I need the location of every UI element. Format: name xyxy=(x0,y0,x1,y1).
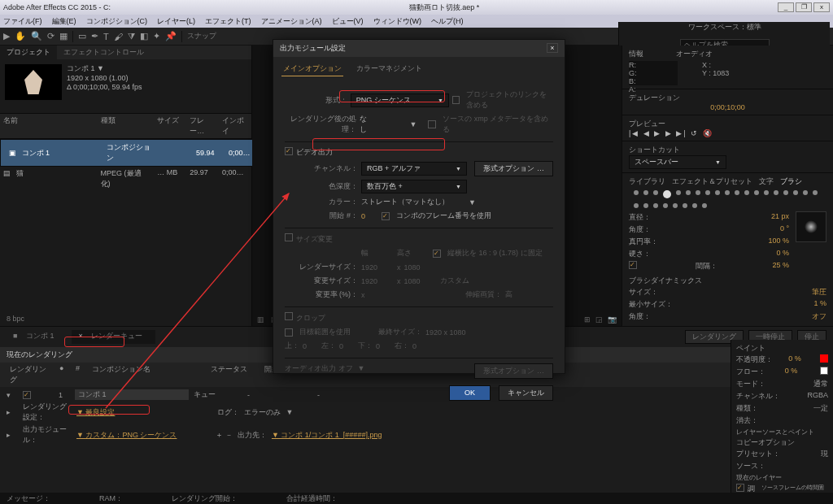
brush-presets[interactable] xyxy=(629,187,826,211)
cancel-button[interactable]: キャンセル xyxy=(499,385,553,401)
file-title: 猫動画ロト切抜.aep * xyxy=(111,2,778,13)
output-module-link[interactable]: ▼ カスタム：PNG シーケンス xyxy=(76,430,177,441)
tool-pen[interactable]: ✒ xyxy=(91,31,98,41)
tool-hand[interactable]: ✋ xyxy=(15,31,26,41)
tab-render-queue[interactable]: × レンダーキュー xyxy=(72,330,155,344)
viewer-grid-icon[interactable]: ⊞ xyxy=(584,315,591,324)
audio-format-options-button[interactable]: 形式オプション … xyxy=(474,363,553,379)
format-options-button[interactable]: 形式オプション … xyxy=(474,161,553,176)
workspace-label[interactable]: ワークスペース：標準 xyxy=(688,22,761,33)
tool-stamp[interactable]: ⧩ xyxy=(128,31,135,41)
panel-info-title: 情報 xyxy=(629,49,643,59)
bpc-indicator[interactable]: 8 bpc xyxy=(7,315,24,323)
tab-brushes[interactable]: ブラシ xyxy=(780,176,802,187)
panel-duration-title: デュレーション xyxy=(629,93,826,103)
viewer-3d-icon[interactable]: ◲ xyxy=(595,315,603,324)
output-module-dialog: 出力モジュール設定× メインオプション カラーマネジメント 形式： PNG シー… xyxy=(273,39,565,374)
format-select[interactable]: PNG シーケンス▼ xyxy=(351,93,449,107)
tab-timeline-comp[interactable]: ■ コンポ 1 xyxy=(7,330,67,344)
status-bar: メッセージ：RAM：レンダリング開始：合計経過時間： xyxy=(0,493,833,504)
video-output-checkbox[interactable] xyxy=(285,147,293,155)
tab-effects[interactable]: エフェクト＆プリセット xyxy=(672,176,752,187)
viewer-camera-icon[interactable]: 📷 xyxy=(608,315,617,324)
menu-file[interactable]: ファイル(F) xyxy=(3,16,42,27)
tool-puppet[interactable]: 📌 xyxy=(165,31,177,41)
resize-checkbox[interactable] xyxy=(285,233,293,241)
menu-help[interactable]: ヘルプ(H) xyxy=(431,16,464,27)
tool-camera[interactable]: ▦ xyxy=(59,31,68,41)
project-item-comp[interactable]: ▣ コンポ 1コンポジション59.940;00… xyxy=(0,139,264,167)
duration-value: 0;00;10;00 xyxy=(629,103,826,111)
tool-eraser[interactable]: ◧ xyxy=(140,31,148,41)
menu-view[interactable]: ビュー(V) xyxy=(332,16,364,27)
output-to-link[interactable]: ▼ コンポ 1/コンポ 1_[#####].png xyxy=(272,430,382,441)
app-title: Adobe After Effects CC 2015 - C: xyxy=(3,3,111,11)
dialog-title: 出力モジュール設定 xyxy=(280,43,346,54)
preview-transport[interactable]: |◀ ◀ ▶ ▶ ▶| ↺ 🔇 xyxy=(629,129,826,137)
tool-roto[interactable]: ✦ xyxy=(153,31,160,41)
tool-zoom[interactable]: 🔍 xyxy=(31,31,42,41)
rq-enable-checkbox[interactable] xyxy=(23,391,31,399)
window-minimize[interactable]: _ xyxy=(778,2,794,12)
tab-library[interactable]: ライブラリ xyxy=(629,176,665,187)
dialog-tab-main[interactable]: メインオプション xyxy=(281,62,343,76)
viewer-zoom[interactable]: ▥ xyxy=(257,315,264,324)
panel-brush-dynamics: ブラシダイナミックス xyxy=(629,276,826,286)
menu-layer[interactable]: レイヤー(L) xyxy=(157,16,195,27)
dialog-tab-color[interactable]: カラーマネジメント xyxy=(355,62,424,76)
tool-selection[interactable]: ▶ xyxy=(3,31,10,41)
channels-select[interactable]: RGB + アルファ▼ xyxy=(361,162,467,176)
panel-shortcut-title: ショートカット xyxy=(629,145,826,155)
dialog-close-icon[interactable]: × xyxy=(547,43,558,53)
panel-paint-title: ペイント xyxy=(736,343,828,354)
project-item-footage[interactable]: ▤ 猫MPEG (最適化)… MB29.970;00… xyxy=(0,167,251,191)
tab-project[interactable]: プロジェクト xyxy=(0,46,57,59)
panel-audio-title: オーディオ xyxy=(676,49,713,59)
panel-preview-title: プレビュー xyxy=(629,119,826,129)
tool-shape[interactable]: ▭ xyxy=(78,31,86,41)
tab-effect-controls[interactable]: エフェクトコントロール xyxy=(57,46,150,59)
crop-checkbox[interactable] xyxy=(285,312,293,320)
foreground-swatch[interactable] xyxy=(820,354,828,363)
tool-rotate[interactable]: ⟳ xyxy=(47,31,55,41)
tab-character[interactable]: 文字 xyxy=(759,176,774,187)
project-columns: 名前種類サイズフレー…インポイ xyxy=(0,114,251,139)
render-settings-link[interactable]: ▼ 最良設定 xyxy=(76,407,115,418)
tool-text[interactable]: T xyxy=(103,32,109,41)
ok-button[interactable]: OK xyxy=(449,385,491,401)
comp-thumbnail xyxy=(5,64,62,100)
window-maximize[interactable]: ❐ xyxy=(796,2,812,12)
shortcut-select[interactable]: スペースバー▼ xyxy=(629,155,726,169)
menu-animation[interactable]: アニメーション(A) xyxy=(261,16,322,27)
window-close[interactable]: x xyxy=(813,2,830,12)
menu-composition[interactable]: コンポジション(C) xyxy=(86,16,148,27)
menu-edit[interactable]: 編集(E) xyxy=(52,16,76,27)
background-swatch[interactable] xyxy=(820,367,828,375)
comp-info: コンポ 1 ▼ 1920 x 1080 (1.00) Δ 0;00;10;00,… xyxy=(67,64,142,100)
snap-label[interactable]: スナップ xyxy=(187,31,216,41)
menu-effect[interactable]: エフェクト(T) xyxy=(205,16,251,27)
tool-brush[interactable]: 🖌 xyxy=(114,32,123,41)
depth-select[interactable]: 数百万色 +▼ xyxy=(361,180,467,193)
menu-window[interactable]: ウィンドウ(W) xyxy=(373,16,422,27)
